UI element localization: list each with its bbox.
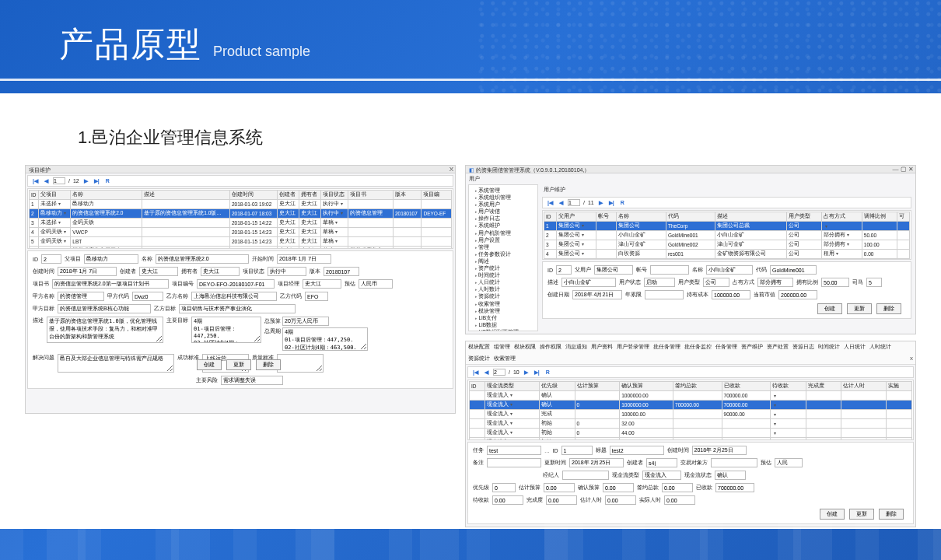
- create-button[interactable]: 创建: [197, 359, 222, 370]
- table-row[interactable]: 3集团公司津山可金矿GoldMine002津山可金矿公司部分拥有100.00: [544, 240, 910, 250]
- received-field[interactable]: [715, 483, 754, 492]
- first-icon[interactable]: |◀: [471, 369, 480, 376]
- pm-field[interactable]: [303, 279, 341, 289]
- menu-item[interactable]: 时间统计: [818, 343, 840, 351]
- update-button[interactable]: 更新: [226, 359, 251, 370]
- p2-grid[interactable]: ID父用户帐号 名称代码描述 用户类型占有方式调博比例 可 1集团公司集团公司T…: [544, 212, 910, 260]
- update-button[interactable]: 更新: [847, 303, 872, 314]
- nav-tree[interactable]: 系统管理系统组织管理系统用户用户读信操作日志系统维护用户机阶管理用户设置管理任务…: [468, 184, 538, 331]
- p1-grid[interactable]: ID父项目名称 描述创建时间创建者 拥有者项目状态项目书 版本项目编 1未选择邑…: [29, 190, 452, 249]
- creator-field[interactable]: [139, 267, 178, 276]
- realhr-field[interactable]: [664, 495, 695, 505]
- pending-field[interactable]: [492, 495, 523, 505]
- estbudget-field[interactable]: [544, 483, 575, 492]
- tree-item[interactable]: LIB数据: [475, 321, 536, 328]
- p3-grid[interactable]: ID现金流类型优先级 估计预算确认预算签约总款 已收款待收款完成度 估计人时实施…: [469, 381, 912, 440]
- total-field[interactable]: [282, 327, 368, 351]
- menu-item[interactable]: 资产维护: [741, 343, 763, 351]
- create-button[interactable]: 创建: [820, 509, 845, 520]
- p3-menubar[interactable]: 模块配置组管理模块权限操作权限消息通知用户资料用户登录管理批任务管理批任务监控任…: [466, 341, 915, 365]
- tree-item[interactable]: 管理: [475, 243, 536, 250]
- prio-field[interactable]: [492, 483, 516, 492]
- agoal-field[interactable]: [58, 304, 151, 313]
- menu-item[interactable]: 模块权限: [514, 343, 536, 351]
- currency-field[interactable]: [359, 279, 393, 289]
- tree-item[interactable]: 人日统计: [475, 278, 536, 285]
- menu-item[interactable]: 模块配置: [468, 343, 490, 351]
- table-row[interactable]: 现金流入初始044.00: [470, 429, 912, 438]
- version-field[interactable]: [324, 267, 359, 276]
- window-controls[interactable]: — ▢ ✕: [893, 166, 914, 173]
- prev-icon[interactable]: ◀: [558, 200, 565, 206]
- table-row[interactable]: 1未选择邑移动力2018-01-03 19:02史大江史大江执行中: [30, 200, 452, 209]
- table-row[interactable]: 现金流入确认1000000.00700000.00: [470, 391, 912, 401]
- menu-item[interactable]: 消息通知: [565, 343, 587, 351]
- createtime-field[interactable]: [692, 446, 747, 455]
- owner-field[interactable]: [201, 267, 240, 276]
- refresh-icon[interactable]: R: [619, 200, 626, 205]
- next-icon[interactable]: ▶: [82, 178, 89, 184]
- parent-select[interactable]: [594, 265, 633, 275]
- currency-field[interactable]: [775, 458, 803, 467]
- next-icon[interactable]: ▶: [597, 200, 604, 206]
- parent-select[interactable]: [84, 254, 138, 264]
- updtime-field[interactable]: [569, 458, 624, 467]
- page-input[interactable]: [53, 177, 65, 184]
- tree-item[interactable]: 资源统计: [475, 292, 536, 299]
- table-row[interactable]: 6VWCP期货程序化交易平台201…2018-01-15 14:47史大江史大江…: [30, 247, 452, 250]
- table-row[interactable]: 现金流入初始012345.00: [470, 438, 912, 441]
- title-field[interactable]: [610, 446, 664, 455]
- last-icon[interactable]: ▶|: [607, 200, 616, 206]
- tree-item[interactable]: 人时数计: [475, 285, 536, 292]
- tree-item[interactable]: 系统维护: [475, 222, 536, 229]
- budget-field[interactable]: [282, 317, 329, 326]
- menu-item[interactable]: 组管理: [494, 343, 510, 351]
- code-field[interactable]: [197, 279, 275, 289]
- tree-item[interactable]: 模块管理: [475, 307, 536, 314]
- owncost-field[interactable]: [712, 290, 750, 299]
- update-button[interactable]: 更新: [849, 509, 874, 520]
- tree-item[interactable]: 时间统计: [475, 271, 536, 278]
- name-field[interactable]: [156, 254, 249, 264]
- table-row[interactable]: 现金流入完成100000.0090000.00: [470, 410, 912, 419]
- close-icon[interactable]: X: [450, 166, 453, 173]
- delete-button[interactable]: 删除: [879, 509, 904, 520]
- id-field[interactable]: [41, 254, 61, 264]
- ratio-field[interactable]: [821, 278, 849, 287]
- cashstat-field[interactable]: [715, 471, 746, 480]
- table-row[interactable]: 2集团公司小白山金矿GoldMine001小白山金矿公司部分拥有50.00: [544, 231, 910, 240]
- cdate-field[interactable]: [572, 290, 622, 299]
- tree-item[interactable]: 用户设置: [475, 236, 536, 243]
- aname-field[interactable]: [58, 292, 104, 301]
- first-icon[interactable]: |◀: [31, 178, 40, 184]
- startdate-field[interactable]: [277, 254, 331, 264]
- tree-item[interactable]: LIB数据到更管理: [475, 328, 536, 331]
- delete-button[interactable]: 删除: [256, 359, 281, 370]
- id-field[interactable]: [556, 265, 572, 275]
- menu-item[interactable]: 操作权限: [540, 343, 561, 351]
- page-input[interactable]: [493, 369, 505, 376]
- last-icon[interactable]: ▶|: [533, 369, 541, 376]
- createtime-field[interactable]: [58, 267, 117, 276]
- payto-field[interactable]: [711, 458, 757, 467]
- sma-field[interactable]: [866, 278, 882, 287]
- tree-item[interactable]: 用户读信: [475, 208, 536, 215]
- refresh-icon[interactable]: R: [104, 178, 111, 184]
- utype-field[interactable]: [703, 278, 729, 287]
- bcode-field[interactable]: [305, 292, 328, 301]
- menu-item[interactable]: 收索管理: [494, 355, 516, 362]
- yeardate-field[interactable]: [645, 290, 684, 299]
- prev-icon[interactable]: ◀: [483, 369, 490, 376]
- page-input[interactable]: [568, 199, 580, 206]
- last-icon[interactable]: ▶|: [93, 178, 101, 184]
- curval-field[interactable]: [778, 290, 817, 299]
- tree-item[interactable]: 收索管理: [475, 300, 536, 307]
- menu-item[interactable]: 批任务管理: [653, 343, 680, 351]
- menu-item[interactable]: 用户资料: [591, 343, 613, 351]
- menu-item[interactable]: 资源统计: [468, 355, 490, 362]
- tree-item[interactable]: LIB支付: [475, 314, 536, 321]
- esthr-field[interactable]: [605, 495, 636, 505]
- menu-item[interactable]: 批任务监控: [684, 343, 712, 351]
- close-icon[interactable]: x: [910, 355, 913, 362]
- table-row[interactable]: 5集团公司黄岩玉金管理Refiner001炼玉资金管理公司完全拥有: [544, 259, 910, 261]
